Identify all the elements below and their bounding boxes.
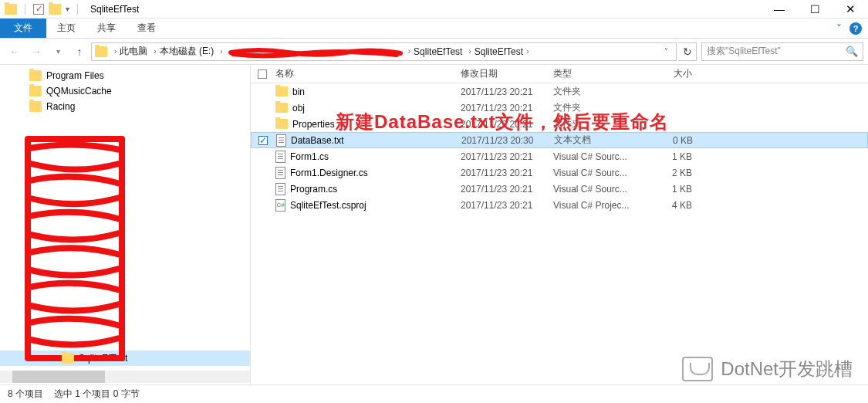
status-bar: 8 个项目 选中 1 个项目 0 字节 [0, 384, 868, 403]
file-type: Visual C# Sourc... [553, 184, 647, 195]
qat-checkbox-icon[interactable]: ✓ [33, 4, 44, 15]
file-icon [275, 183, 285, 195]
file-date: 2017/11/23 20:21 [461, 184, 553, 195]
breadcrumb-folder-icon [95, 46, 107, 57]
col-header-date[interactable]: 修改日期 [461, 67, 553, 80]
nav-back-button[interactable]: ← [5, 42, 25, 62]
search-input[interactable]: 搜索"SqliteEfTest" 🔍 [701, 42, 863, 61]
file-date: 2017/11/23 20:21 [461, 200, 553, 211]
nav-up-button[interactable]: ↑ [69, 42, 90, 62]
refresh-button[interactable]: ↻ [678, 42, 697, 61]
maximize-button[interactable]: ☐ [797, 0, 833, 19]
ribbon-tab-view[interactable]: 查看 [127, 19, 167, 38]
crumb-drive[interactable]: 本地磁盘 (E:) [160, 45, 214, 58]
folder-icon [29, 86, 42, 97]
watermark-text: DotNet开发跳槽 [721, 357, 853, 381]
file-name: obj [292, 103, 305, 113]
file-date: 2017/11/23 20:30 [461, 135, 554, 146]
breadcrumb-dropdown-icon[interactable]: ˅ [660, 47, 673, 56]
minimize-button[interactable]: — [762, 0, 797, 19]
folder-icon [62, 353, 74, 364]
folder-icon [29, 70, 42, 81]
qat-dropdown-icon[interactable]: ▾ [66, 5, 69, 13]
file-icon [275, 167, 285, 179]
file-name: Program.cs [290, 184, 337, 195]
csproj-icon: C# [275, 199, 285, 212]
tree-item[interactable]: QQMusicCache [0, 83, 250, 99]
app-folder-icon [5, 4, 17, 15]
file-date: 2017/11/23 20:21 [461, 103, 553, 113]
file-icon [276, 134, 286, 147]
ribbon-tab-home[interactable]: 主页 [46, 19, 86, 38]
nav-tree: Program Files QQMusicCache Racing Sqlite… [0, 65, 251, 384]
file-type: 文本文档 [554, 134, 648, 147]
redaction-scribble-tree [22, 133, 130, 364]
file-row[interactable]: C#SqliteEfTest.csproj2017/11/23 20:21Vis… [251, 197, 868, 213]
help-icon[interactable]: ? [849, 22, 862, 35]
nav-forward-button[interactable]: → [26, 42, 46, 62]
file-name: Properties [292, 119, 335, 130]
file-row[interactable]: Form1.Designer.cs2017/11/23 20:21Visual … [251, 164, 868, 181]
col-header-type[interactable]: 类型 [553, 67, 647, 80]
close-button[interactable]: ✕ [833, 0, 868, 19]
tree-horizontal-scrollbar[interactable] [0, 371, 250, 383]
row-checkbox[interactable]: ✓ [252, 136, 275, 145]
file-date: 2017/11/23 20:21 [461, 86, 553, 97]
redaction-scribble [227, 45, 404, 59]
crumb-folder2[interactable]: SqliteEfTest [475, 46, 523, 57]
ribbon-tab-share[interactable]: 共享 [86, 19, 127, 38]
wechat-icon [682, 357, 713, 381]
col-header-name[interactable]: 名称 [274, 67, 461, 80]
file-date: 2017/11/23 20:21 [461, 168, 553, 178]
nav-row: ← → ▾ ↑ ›此电脑 ›本地磁盘 (E:) › ›SqliteEfTest … [0, 39, 868, 65]
file-type: 文件夹 [553, 117, 647, 130]
status-selection: 选中 1 个项目 0 字节 [54, 388, 140, 401]
column-headers: 名称 修改日期 类型 大小 [251, 65, 868, 83]
ribbon-tab-file[interactable]: 文件 [0, 19, 46, 38]
folder-icon [29, 101, 42, 112]
tree-item[interactable]: Racing [0, 99, 250, 114]
status-item-count: 8 个项目 [8, 388, 43, 401]
crumb-folder1[interactable]: SqliteEfTest [414, 46, 462, 57]
file-size: 1 KB [647, 184, 703, 195]
file-row[interactable]: Properties2017/11/23 20:21文件夹 [251, 116, 868, 132]
nav-history-dropdown[interactable]: ▾ [48, 42, 68, 62]
file-date: 2017/11/23 20:21 [461, 151, 553, 162]
file-name: Form1.cs [290, 151, 329, 162]
header-checkbox[interactable] [258, 69, 267, 79]
ribbon-expand-icon[interactable]: ˅ [836, 22, 842, 35]
folder-icon [275, 103, 288, 113]
qat-folder-icon[interactable] [49, 4, 61, 15]
folder-icon [275, 86, 288, 97]
search-icon[interactable]: 🔍 [846, 46, 858, 57]
window-title: SqliteEfTest [86, 4, 139, 15]
file-list: 名称 修改日期 类型 大小 bin2017/11/23 20:21文件夹obj2… [251, 65, 868, 384]
title-bar: ✓ ▾ SqliteEfTest — ☐ ✕ [0, 0, 868, 19]
file-row[interactable]: Form1.cs2017/11/23 20:21Visual C# Sourc.… [251, 148, 868, 164]
file-name: bin [292, 86, 305, 97]
crumb-pc[interactable]: 此电脑 [120, 45, 147, 58]
file-type: 文件夹 [553, 101, 647, 114]
file-name: DataBase.txt [291, 135, 344, 146]
folder-icon [275, 119, 288, 129]
file-type: 文件夹 [553, 85, 647, 98]
file-row[interactable]: obj2017/11/23 20:21文件夹 [251, 100, 868, 116]
file-row[interactable]: Program.cs2017/11/23 20:21Visual C# Sour… [251, 181, 868, 197]
search-placeholder: 搜索"SqliteEfTest" [707, 45, 781, 58]
watermark: DotNet开发跳槽 [682, 357, 853, 381]
tree-item[interactable]: Program Files [0, 68, 250, 83]
file-row[interactable]: bin2017/11/23 20:21文件夹 [251, 83, 868, 100]
breadcrumb[interactable]: ›此电脑 ›本地磁盘 (E:) › ›SqliteEfTest ›SqliteE… [91, 42, 677, 61]
file-size: 0 KB [648, 135, 704, 146]
file-icon [275, 151, 285, 163]
col-header-size[interactable]: 大小 [647, 67, 703, 80]
ribbon: 文件 主页 共享 查看 ˅ ? [0, 19, 868, 39]
file-name: SqliteEfTest.csproj [290, 200, 366, 211]
file-type: Visual C# Sourc... [553, 151, 647, 162]
file-size: 2 KB [647, 168, 703, 178]
file-size: 4 KB [647, 200, 703, 211]
file-type: Visual C# Sourc... [553, 168, 647, 178]
file-type: Visual C# Projec... [553, 200, 647, 211]
file-row[interactable]: ✓DataBase.txt2017/11/23 20:30文本文档0 KB [251, 132, 868, 148]
file-name: Form1.Designer.cs [290, 168, 368, 178]
